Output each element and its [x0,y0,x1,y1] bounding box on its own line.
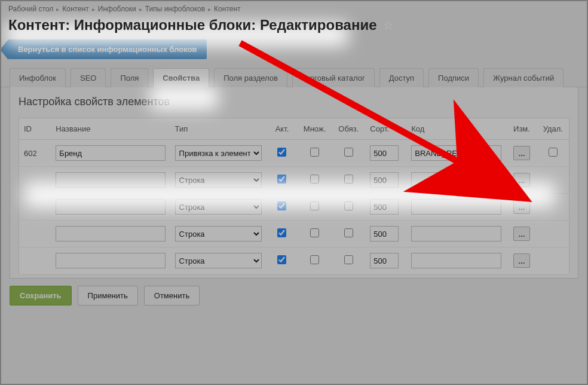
col-sort: Сорт. [365,118,406,140]
required-checkbox[interactable] [344,201,353,210]
required-checkbox[interactable] [344,175,353,184]
name-input[interactable] [56,226,165,242]
apply-button[interactable]: Применить [78,286,138,305]
required-checkbox[interactable] [344,255,353,264]
col-type: Тип [170,118,267,140]
col-delete: Удал. [537,118,569,140]
active-checkbox[interactable] [277,175,286,184]
active-checkbox[interactable] [277,255,286,264]
tab-seo[interactable]: SEO [71,68,106,87]
code-input[interactable] [411,253,501,268]
cancel-button[interactable]: Отменить [144,286,200,305]
code-input[interactable] [411,226,501,242]
type-select[interactable]: Строка [175,172,262,188]
breadcrumb-link[interactable]: Контент [214,5,240,13]
col-name: Название [51,118,170,140]
active-checkbox[interactable] [277,228,286,237]
active-checkbox[interactable] [277,148,286,157]
name-input[interactable] [56,172,165,188]
edit-button[interactable]: ... [513,227,530,241]
tab-поля[interactable]: Поля [111,68,148,87]
multiple-checkbox[interactable] [310,148,319,157]
sort-input[interactable] [370,145,399,161]
type-select[interactable]: Привязка к элементам [175,145,262,161]
required-checkbox[interactable] [344,148,353,157]
sort-input[interactable] [370,199,399,215]
type-select[interactable]: Строка [175,199,262,215]
table-row: Строка... [19,194,569,221]
tab-торговый каталог[interactable]: Торговый каталог [292,68,375,87]
breadcrumb-link[interactable]: Инфоблоки [98,5,136,13]
tab-подписи[interactable]: Подписи [428,68,479,87]
tab-инфоблок[interactable]: Инфоблок [10,68,66,87]
delete-checkbox[interactable] [549,148,558,157]
page-title: Контент: Информационные блоки: Редактиро… [8,17,377,33]
section-title: Настройка свойств элементов [19,96,569,108]
properties-tbody: 602Привязка к элементам... Строка... Стр… [19,140,569,274]
breadcrumb-link[interactable]: Рабочий стол [8,5,53,13]
properties-table: ID Название Тип Акт. Множ. Обяз. Сорт. К… [19,118,569,274]
name-input[interactable] [56,145,165,161]
breadcrumb-link[interactable]: Контент [62,5,88,13]
sort-input[interactable] [370,172,399,188]
table-row: 602Привязка к элементам... [19,140,569,167]
type-select[interactable]: Строка [175,226,262,242]
table-row: Строка... [19,221,569,248]
multiple-checkbox[interactable] [310,255,319,264]
multiple-checkbox[interactable] [310,201,319,210]
col-code: Код [406,118,506,140]
sort-input[interactable] [370,253,399,268]
tab-свойства[interactable]: Свойства [153,68,209,87]
col-edit: Изм. [506,118,537,140]
edit-button[interactable]: ... [513,253,530,268]
tab-доступ[interactable]: Доступ [379,68,424,87]
code-input[interactable] [411,145,501,161]
col-active: Акт. [267,118,298,140]
favorite-star-icon[interactable]: ☆ [383,18,394,32]
breadcrumb-link[interactable]: Типы инфоблоков [145,5,205,13]
breadcrumb: Рабочий стол▸Контент▸Инфоблоки▸Типы инфо… [1,1,587,14]
name-input[interactable] [56,199,165,215]
code-input[interactable] [411,172,501,188]
tab-bar: ИнфоблокSEOПоляСвойстваПоля разделовТорг… [1,68,587,87]
edit-button[interactable]: ... [513,173,530,187]
save-button[interactable]: Сохранить [10,286,72,305]
tab-журнал событий[interactable]: Журнал событий [483,68,564,87]
sort-input[interactable] [370,226,399,242]
required-checkbox[interactable] [344,228,353,237]
multiple-checkbox[interactable] [310,228,319,237]
table-row: Строка... [19,167,569,194]
col-multiple: Множ. [298,118,332,140]
back-button[interactable]: Вернуться в список информационных блоков [8,39,207,59]
type-select[interactable]: Строка [175,253,262,268]
active-checkbox[interactable] [277,201,286,210]
col-id: ID [19,118,51,140]
edit-button[interactable]: ... [513,200,530,214]
table-row: Строка... [19,248,569,274]
col-required: Обяз. [332,118,365,140]
tab-поля разделов[interactable]: Поля разделов [214,68,287,87]
edit-button[interactable]: ... [513,146,530,160]
code-input[interactable] [411,199,501,215]
name-input[interactable] [56,253,165,268]
multiple-checkbox[interactable] [310,175,319,184]
